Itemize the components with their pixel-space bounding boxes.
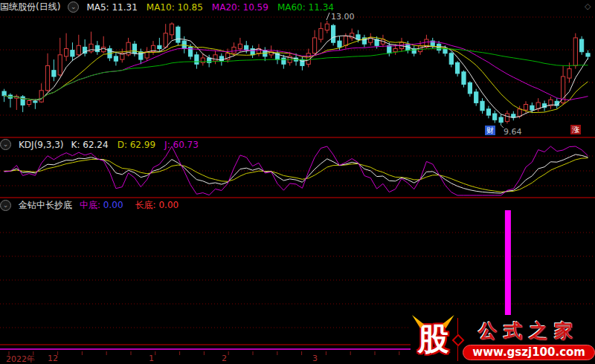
candle-body (462, 72, 466, 85)
indicator-value: K: 62.24 (71, 140, 109, 150)
candle-body (524, 105, 527, 111)
candle-body (33, 101, 37, 103)
candle-body (282, 58, 286, 64)
candle-body (332, 25, 335, 42)
candle-body (499, 117, 503, 123)
candle-body (344, 36, 347, 46)
candle-body (89, 44, 93, 51)
candle-body (319, 28, 323, 39)
candle-body (77, 45, 80, 55)
candle-body (238, 44, 242, 48)
candle-body (176, 27, 180, 42)
candle-body (338, 41, 341, 47)
axis-highlight-line (0, 348, 414, 350)
candle-body (443, 49, 447, 53)
candle-body (493, 114, 497, 120)
candle-body (2, 91, 6, 96)
axis-month-label: 2022年 (6, 354, 35, 364)
logo-site-name: 公式之家 (478, 319, 579, 343)
marker-diamond-icon[interactable]: ◇ (585, 1, 591, 11)
indicator-value: 中底: 0.00 (80, 199, 123, 212)
panel-divider (0, 197, 595, 198)
candle-body (512, 114, 515, 117)
kdj-header: ⌄ KDJ(9,3,3) K: 62.24D: 62.99J: 60.73 (0, 139, 199, 150)
candle-body (486, 109, 490, 115)
ma-values: MA5: 11.31MA10: 10.85MA20: 10.59MA60: 11… (86, 2, 334, 13)
candle-body (139, 52, 143, 59)
logo-site-url: www.gszj100.com (463, 345, 595, 360)
candle-body (132, 44, 136, 53)
kdj-line (4, 158, 588, 192)
candle-body (567, 69, 571, 79)
candle-body (170, 24, 173, 35)
axis-month-label: 2 (222, 354, 227, 363)
candle-body (245, 45, 248, 50)
candle-body (449, 53, 453, 65)
candle-body (480, 101, 484, 111)
candle-body (102, 47, 106, 51)
candle-body (213, 55, 217, 61)
candle-body (518, 109, 521, 117)
collapse-icon[interactable]: ⌄ (68, 1, 79, 13)
candle-body (71, 51, 74, 56)
candle-body (387, 45, 391, 53)
candle-body (580, 39, 584, 52)
indicator-value: MA60: 11.34 (277, 2, 334, 13)
candle-body (58, 55, 62, 75)
candle-body (39, 91, 43, 102)
candle-body (158, 45, 161, 48)
panel3-title: 金钻中长抄底 (19, 199, 72, 212)
logo-divider (457, 318, 459, 361)
stock-app-window: 国统股份(日线) ⌄ MA5: 11.31MA10: 10.85MA20: 10… (0, 0, 595, 364)
candle-body (393, 49, 397, 52)
watermark-logo: 股 公式之家 www.gszj100.com (411, 315, 595, 364)
indicator-value: 长底: 0.00 (135, 199, 179, 212)
low-price-label: 9.64 (504, 127, 522, 137)
candle-body (456, 62, 460, 74)
stock-title: 国统股份(日线) (0, 1, 60, 13)
panel-divider (0, 137, 595, 138)
chart-canvas (0, 0, 595, 364)
high-price-label: 13.00 (331, 12, 355, 22)
axis-month-label: 1 (149, 354, 154, 363)
news-flag-badge[interactable]: 涨 (570, 125, 581, 134)
candle-body (573, 38, 577, 66)
candle-body (468, 82, 472, 94)
logo-bull-glyph: 股 (411, 316, 456, 363)
axis-month-label: 3 (312, 354, 318, 363)
panel3-values: 中底: 0.00长底: 0.00 (80, 199, 178, 212)
candle-body (586, 53, 590, 56)
indicator-value: D: 62.99 (118, 140, 155, 150)
candle-body (530, 105, 534, 110)
panel1-header: 国统股份(日线) ⌄ MA5: 11.31MA10: 10.85MA20: 10… (0, 1, 334, 13)
kdj-values: K: 62.24D: 62.99J: 60.73 (71, 140, 199, 150)
candle-body (195, 55, 199, 65)
candle-body (325, 24, 329, 30)
kdj-line (4, 155, 588, 193)
candle-body (313, 38, 317, 53)
indicator-value: MA10: 10.85 (147, 2, 203, 13)
panel3-header: ⌄ 金钻中长抄底 中底: 0.00长底: 0.00 (0, 199, 178, 212)
candle-body (65, 49, 68, 56)
collapse-icon[interactable]: ⌄ (0, 200, 11, 211)
candle-body (505, 114, 509, 121)
candle-body (164, 33, 167, 48)
kdj-title: KDJ(9,3,3) (19, 140, 64, 150)
candle-body (21, 97, 25, 105)
indicator-value: MA20: 10.59 (212, 2, 268, 13)
news-flag-badge[interactable]: 财 (485, 126, 495, 135)
candle-body (45, 65, 49, 90)
indicator-value: J: 60.73 (164, 140, 199, 150)
candle-body (536, 103, 540, 108)
collapse-icon[interactable]: ⌄ (0, 139, 11, 150)
candle-body (475, 92, 478, 103)
candle-body (52, 71, 56, 77)
axis-month-label: 12 (48, 354, 58, 363)
indicator-value: MA5: 11.31 (86, 2, 137, 13)
candle-body (114, 56, 118, 61)
candle-body (27, 101, 30, 105)
candle-body (232, 47, 236, 53)
candle-body (95, 45, 99, 51)
